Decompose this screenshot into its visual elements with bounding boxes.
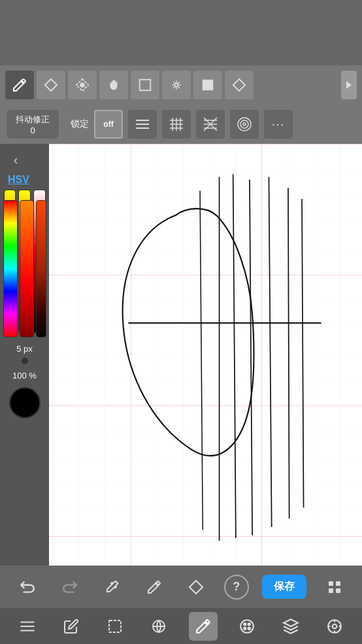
svg-marker-6 xyxy=(233,79,245,91)
top-bar xyxy=(0,0,362,65)
svg-point-21 xyxy=(238,118,251,131)
svg-point-48 xyxy=(244,627,246,629)
svg-line-32 xyxy=(302,199,304,507)
svg-rect-5 xyxy=(203,80,214,91)
svg-rect-36 xyxy=(336,581,340,586)
tool-rect-select[interactable] xyxy=(131,71,159,99)
lock-off-text: off xyxy=(103,120,113,129)
brush-size-dot xyxy=(22,358,28,364)
tool-transform[interactable] xyxy=(162,71,191,99)
svg-point-2 xyxy=(80,83,84,87)
svg-point-46 xyxy=(244,623,246,625)
svg-point-47 xyxy=(248,623,250,625)
lock-option-off[interactable]: off xyxy=(94,110,123,139)
hue-slider-bar[interactable] xyxy=(3,200,18,337)
svg-marker-34 xyxy=(189,581,203,594)
svg-line-29 xyxy=(250,180,252,535)
canvas-area[interactable] xyxy=(0,144,362,566)
nav-brush[interactable] xyxy=(189,612,218,641)
lock-option-more[interactable]: ⋯ xyxy=(264,110,293,139)
svg-point-45 xyxy=(240,620,254,633)
svg-rect-38 xyxy=(336,588,340,593)
tool-eraser[interactable] xyxy=(37,71,65,99)
nav-transform[interactable] xyxy=(144,612,173,641)
stabilizer-label: 抖动修正 xyxy=(16,114,50,126)
svg-point-23 xyxy=(243,123,246,126)
nav-edit[interactable] xyxy=(57,612,86,641)
help-button[interactable]: ? xyxy=(224,575,249,600)
nav-settings[interactable] xyxy=(320,612,349,641)
lock-option-grid[interactable] xyxy=(162,110,191,139)
nav-layers[interactable] xyxy=(276,612,305,641)
svg-point-51 xyxy=(333,624,337,628)
brightness-slider-bar[interactable] xyxy=(36,200,46,337)
brush-size-label: 5 px xyxy=(16,344,33,354)
sub-bar: 抖动修正 0 锁定 off xyxy=(0,105,362,144)
hsv-label[interactable]: HSV xyxy=(8,174,29,186)
drawing-canvas[interactable] xyxy=(49,144,362,566)
svg-rect-42 xyxy=(109,620,121,632)
lock-option-diagonal[interactable] xyxy=(196,110,225,139)
lock-option-radial[interactable] xyxy=(230,110,259,139)
tool-fill[interactable] xyxy=(193,71,222,99)
svg-point-4 xyxy=(174,83,178,87)
undo-button[interactable] xyxy=(13,573,42,602)
toolbar-expand-btn[interactable] xyxy=(341,71,357,99)
lock-option-horizontal[interactable] xyxy=(128,110,157,139)
stabilizer-button[interactable]: 抖动修正 0 xyxy=(7,110,59,139)
svg-line-31 xyxy=(288,188,289,518)
nav-bar xyxy=(0,608,362,644)
stabilizer-value: 0 xyxy=(30,126,35,135)
nav-palette[interactable] xyxy=(233,612,261,641)
redo-button[interactable] xyxy=(56,573,84,602)
svg-rect-37 xyxy=(329,588,333,593)
nav-select[interactable] xyxy=(101,612,129,641)
tool-bar xyxy=(0,65,362,105)
tool-bucket[interactable] xyxy=(225,71,254,99)
brush-alt-button[interactable] xyxy=(140,573,169,602)
save-button[interactable]: 保存 xyxy=(262,575,306,599)
svg-line-33 xyxy=(200,191,203,530)
svg-line-30 xyxy=(269,177,271,527)
nav-menu[interactable] xyxy=(13,612,42,641)
tool-hand[interactable] xyxy=(99,71,128,99)
svg-marker-0 xyxy=(45,79,57,91)
svg-point-22 xyxy=(240,120,248,128)
eyedropper-button[interactable] xyxy=(97,573,126,602)
grid-menu-button[interactable] xyxy=(320,573,349,602)
bottom-toolbar: ? 保存 xyxy=(0,566,362,608)
color-swatch[interactable] xyxy=(9,387,41,418)
lock-label: 锁定 xyxy=(71,118,89,130)
tool-pencil[interactable] xyxy=(5,71,34,99)
collapse-button[interactable]: ‹ xyxy=(5,149,26,170)
sv-slider-bar[interactable] xyxy=(20,200,34,337)
svg-line-28 xyxy=(233,174,236,537)
left-panel: ‹ HSV 5 px 100 % xyxy=(0,144,49,566)
svg-rect-3 xyxy=(140,80,151,91)
tool-lasso[interactable] xyxy=(68,71,97,99)
svg-rect-35 xyxy=(329,581,333,586)
svg-point-49 xyxy=(248,627,250,629)
opacity-label: 100 % xyxy=(12,371,37,381)
eraser-small-button[interactable] xyxy=(182,573,210,602)
